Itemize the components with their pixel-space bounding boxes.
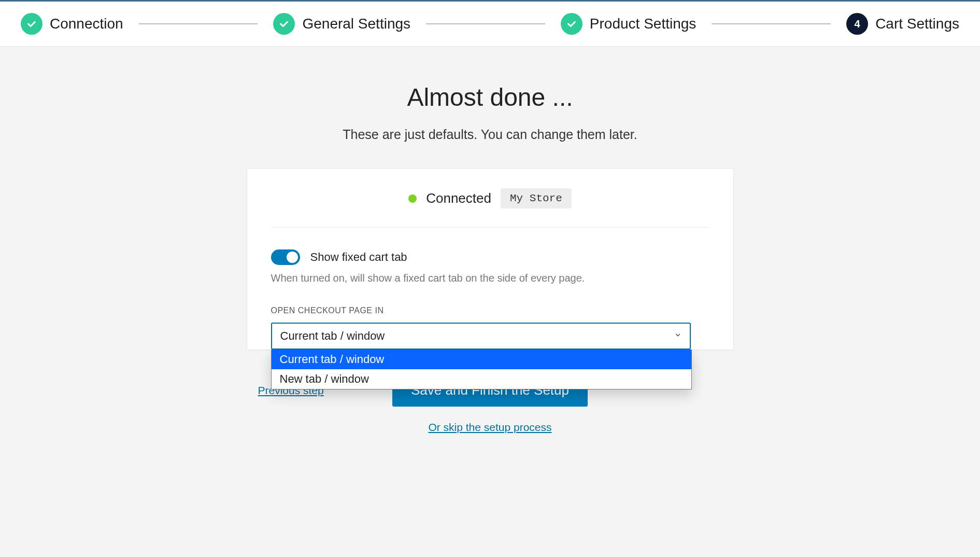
checkout-target-select-wrap: Current tab / window Current tab / windo… [271, 323, 691, 350]
step-connector [139, 23, 258, 24]
toggle-knob [287, 252, 298, 263]
toggle-description: When turned on, will show a fixed cart t… [271, 272, 709, 284]
chevron-down-icon [674, 331, 681, 341]
toggle-label: Show fixed cart tab [310, 250, 407, 264]
step-connector [712, 23, 831, 24]
checkout-target-dropdown: Current tab / window New tab / window [271, 350, 692, 389]
step-general-settings[interactable]: General Settings [273, 13, 410, 35]
step-label: General Settings [302, 16, 410, 32]
fixed-cart-tab-toggle[interactable] [271, 249, 300, 265]
checkout-field-label: OPEN CHECKOUT PAGE IN [271, 306, 709, 315]
checkout-target-select[interactable]: Current tab / window [271, 323, 691, 350]
select-value: Current tab / window [280, 329, 385, 343]
dropdown-option-new-tab[interactable]: New tab / window [272, 369, 691, 389]
check-icon [561, 13, 583, 35]
page-subtitle: These are just defaults. You can change … [343, 127, 637, 142]
status-dot-icon [408, 194, 417, 203]
dropdown-option-current-tab[interactable]: Current tab / window [272, 350, 691, 369]
step-label: Connection [50, 16, 123, 32]
step-product-settings[interactable]: Product Settings [561, 13, 696, 35]
step-label: Cart Settings [875, 16, 959, 32]
skip-setup-link[interactable]: Or skip the setup process [428, 421, 551, 433]
store-badge: My Store [501, 188, 572, 208]
page-title: Almost done ... [407, 83, 573, 112]
check-icon [273, 13, 295, 35]
settings-card: Connected My Store Show fixed cart tab W… [247, 168, 734, 350]
step-number-badge: 4 [846, 13, 868, 35]
wizard-stepper: Connection General Settings Product Sett… [0, 0, 980, 47]
step-connector [426, 23, 545, 24]
step-cart-settings[interactable]: 4 Cart Settings [846, 13, 959, 35]
skip-row: Or skip the setup process [247, 421, 734, 434]
status-text: Connected [426, 190, 491, 206]
step-label: Product Settings [590, 16, 696, 32]
fixed-cart-tab-option: Show fixed cart tab When turned on, will… [271, 228, 709, 350]
main-content: Almost done ... These are just defaults.… [0, 47, 980, 434]
check-icon [21, 13, 42, 35]
step-connection[interactable]: Connection [21, 13, 123, 35]
connection-status-row: Connected My Store [271, 188, 709, 228]
